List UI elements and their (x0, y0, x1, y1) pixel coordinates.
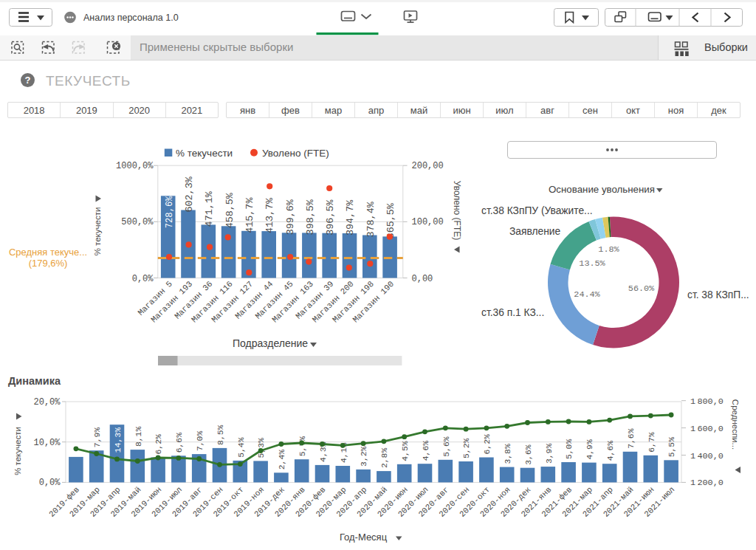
svg-text:602,3%: 602,3% (184, 176, 195, 212)
svg-text:471,1%: 471,1% (204, 190, 215, 227)
svg-text:6,2%: 6,2% (154, 434, 163, 455)
svg-text:Динамика: Динамика (8, 375, 61, 387)
svg-text:(179,6%): (179,6%) (29, 258, 68, 269)
svg-text:Среднеспи...: Среднеспи... (731, 399, 740, 450)
svg-text:2,4%: 2,4% (278, 450, 286, 470)
svg-text:Год-Месяц: Год-Месяц (340, 532, 388, 543)
svg-text:Основание увольнения: Основание увольнения (549, 184, 655, 195)
svg-text:5,0%: 5,0% (565, 439, 574, 460)
svg-text:398,5%: 398,5% (305, 199, 316, 235)
svg-text:1000,0%: 1000,0% (116, 161, 154, 171)
svg-text:3,2%: 3,2% (360, 446, 368, 467)
svg-text:13.5%: 13.5% (579, 258, 605, 269)
svg-text:1 400,0: 1 400,0 (690, 451, 724, 461)
svg-text:14,3%: 14,3% (114, 427, 123, 453)
svg-text:4,5%: 4,5% (401, 441, 410, 461)
svg-text:5,7%: 5,7% (298, 436, 307, 457)
svg-text:200,00: 200,00 (412, 161, 444, 171)
svg-text:399,6%: 399,6% (285, 199, 296, 235)
svg-text:415,7%: 415,7% (244, 197, 255, 233)
svg-text:3,9%: 3,9% (545, 444, 554, 464)
svg-text:728,6%: 728,6% (165, 196, 175, 229)
svg-text:396,5%: 396,5% (325, 199, 336, 236)
svg-text:1.8%: 1.8% (598, 244, 619, 255)
svg-text:% текучести: % текучести (176, 148, 233, 159)
svg-text:458,5%: 458,5% (224, 192, 236, 228)
svg-text:3,8%: 3,8% (504, 444, 512, 464)
svg-text:20,0%: 20,0% (33, 397, 61, 408)
svg-text:7,0%: 7,0% (196, 431, 205, 452)
svg-text:500,0%: 500,0% (121, 217, 154, 227)
svg-text:5,3%: 5,3% (257, 438, 266, 458)
svg-text:ст. 38 КЗпП...: ст. 38 КЗпП... (687, 289, 749, 300)
svg-text:365,5%: 365,5% (385, 202, 396, 238)
svg-text:24.4%: 24.4% (574, 289, 600, 300)
svg-text:% текучести: % текучести (93, 207, 102, 256)
svg-text:6,7%: 6,7% (647, 432, 656, 453)
svg-text:5,5%: 5,5% (667, 437, 676, 458)
svg-text:Средняя текуче...: Средняя текуче... (9, 247, 87, 258)
svg-text:6,6%: 6,6% (175, 433, 184, 453)
svg-text:6,2%: 6,2% (483, 434, 492, 455)
svg-text:5,6%: 5,6% (442, 436, 451, 457)
svg-text:4,6%: 4,6% (606, 441, 615, 461)
svg-text:5,2%: 5,2% (462, 438, 471, 458)
svg-text:7,6%: 7,6% (627, 428, 636, 449)
svg-text:378,4%: 378,4% (365, 201, 377, 237)
svg-text:394,7%: 394,7% (345, 199, 356, 236)
svg-text:56.0%: 56.0% (628, 283, 655, 294)
svg-text:2,8%: 2,8% (380, 448, 389, 469)
svg-text:ст.36 п.1 КЗ...: ст.36 п.1 КЗ... (481, 307, 544, 318)
svg-text:0,0%: 0,0% (39, 478, 61, 488)
svg-text:5,4%: 5,4% (237, 437, 246, 458)
svg-text:ст.38 КЗпПУ (Уважите...: ст.38 КЗпПУ (Уважите... (481, 205, 593, 216)
svg-text:Подразделение: Подразделение (233, 337, 308, 349)
svg-text:413,7%: 413,7% (264, 197, 275, 233)
svg-text:Заявление: Заявление (509, 226, 561, 237)
svg-text:4,9%: 4,9% (585, 439, 594, 460)
svg-text:Уволено (FTE): Уволено (FTE) (262, 148, 329, 159)
svg-text:3,6%: 3,6% (524, 444, 533, 465)
svg-text:10,0%: 10,0% (33, 438, 61, 448)
svg-text:8,1%: 8,1% (134, 427, 143, 447)
svg-text:7,9%: 7,9% (93, 427, 102, 448)
svg-text:8,5%: 8,5% (216, 424, 225, 445)
svg-text:1 800,0: 1 800,0 (690, 396, 724, 407)
svg-text:1 600,0: 1 600,0 (690, 424, 724, 434)
svg-text:4,6%: 4,6% (422, 441, 430, 461)
svg-text:0,0%: 0,0% (132, 274, 154, 284)
svg-text:0,00: 0,00 (412, 274, 433, 284)
svg-text:% текучести: % текучести (13, 427, 22, 475)
svg-text:100,00: 100,00 (412, 217, 444, 227)
svg-text:1 200,0: 1 200,0 (690, 478, 724, 488)
